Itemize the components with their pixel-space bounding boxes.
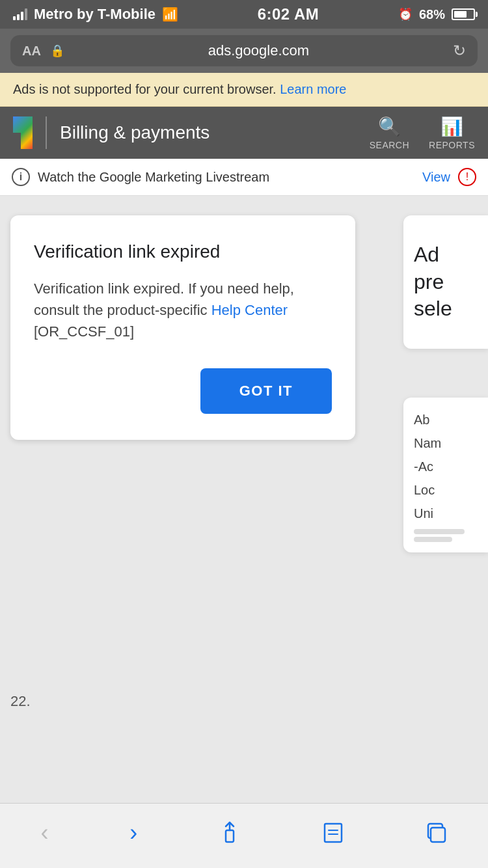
dialog-title: Verification link expired — [34, 241, 332, 262]
info-icon: i — [12, 168, 30, 186]
behind-line-3: sele — [414, 295, 478, 323]
view-link[interactable]: View — [422, 170, 450, 185]
reports-icon: 📊 — [441, 116, 463, 137]
nav-bar: Billing & payments 🔍 SEARCH 📊 REPORTS — [0, 107, 488, 159]
battery-percent: 68% — [419, 7, 445, 22]
nav-actions: 🔍 SEARCH 📊 REPORTS — [370, 116, 475, 150]
dialog-body: Verification link expired. If you need h… — [34, 278, 332, 342]
nav-divider — [46, 116, 47, 149]
learn-more-link[interactable]: Learn more — [280, 82, 346, 96]
font-size-control[interactable]: AA — [22, 44, 41, 59]
behind-line-1: Ad — [414, 241, 478, 269]
behind-line-2: pre — [414, 269, 478, 296]
search-action[interactable]: 🔍 SEARCH — [370, 116, 409, 150]
forward-button[interactable]: › — [116, 813, 150, 853]
google-ads-logo — [13, 116, 33, 149]
lock-icon: 🔒 — [50, 44, 64, 58]
behind-card-partial: Ad pre sele — [403, 215, 488, 349]
behind-bar-2 — [414, 537, 452, 542]
reports-label: REPORTS — [429, 140, 475, 150]
behind-small-card: Ab Nam -Ac Loc Uni — [403, 398, 488, 552]
got-it-button[interactable]: GOT IT — [200, 368, 332, 414]
carrier-label: Metro by T-Mobile — [34, 6, 156, 23]
wifi-icon: 📶 — [162, 7, 178, 22]
error-code: [OR_CCSF_01] — [34, 323, 134, 340]
status-left: Metro by T-Mobile 📶 — [13, 6, 178, 23]
notification-text: Ads is not supported for your current br… — [13, 82, 280, 96]
refresh-icon[interactable]: ↻ — [453, 42, 466, 60]
reports-action[interactable]: 📊 REPORTS — [429, 116, 475, 150]
search-icon: 🔍 — [378, 116, 401, 137]
info-strip: i Watch the Google Marketing Livestream … — [0, 159, 488, 196]
bottom-navigation: ‹ › — [0, 803, 488, 868]
battery-fill — [454, 11, 467, 18]
notification-banner: Ads is not supported for your current br… — [0, 73, 488, 107]
behind-bar-1 — [414, 529, 465, 534]
page-title: Billing & payments — [60, 122, 357, 143]
status-right: ⏰ 68% — [398, 7, 475, 22]
verification-dialog: Verification link expired Verification l… — [10, 215, 355, 440]
bookmarks-button[interactable] — [309, 815, 357, 851]
behind-small-line-5: Uni — [414, 502, 478, 525]
url-display[interactable]: ads.google.com — [74, 42, 444, 59]
behind-small-line-3: -Ac — [414, 455, 478, 478]
tabs-button[interactable] — [413, 815, 461, 851]
google-logo — [13, 116, 33, 149]
battery-icon — [452, 8, 475, 20]
alarm-icon: ⏰ — [398, 7, 413, 21]
time-label: 6:02 AM — [258, 5, 319, 23]
info-message: Watch the Google Marketing Livestream — [38, 170, 414, 185]
share-button[interactable] — [206, 815, 254, 851]
help-center-link[interactable]: Help Center — [211, 302, 288, 318]
status-bar: Metro by T-Mobile 📶 6:02 AM ⏰ 68% — [0, 0, 488, 29]
behind-small-line-2: Nam — [414, 431, 478, 455]
main-content: Ad pre sele Ab Nam -Ac Loc Uni Verificat… — [0, 196, 488, 781]
back-button[interactable]: ‹ — [27, 813, 61, 853]
signal-bars-icon — [13, 8, 27, 20]
svg-rect-0 — [226, 830, 234, 842]
close-info-icon[interactable]: ! — [458, 168, 476, 186]
address-bar-inner[interactable]: AA 🔒 ads.google.com ↻ — [10, 35, 478, 66]
svg-rect-5 — [431, 828, 445, 842]
page-label: 22. — [10, 693, 31, 710]
search-label: SEARCH — [370, 140, 409, 150]
address-bar: AA 🔒 ads.google.com ↻ — [0, 29, 488, 73]
behind-small-line-1: Ab — [414, 408, 478, 431]
behind-small-line-4: Loc — [414, 478, 478, 502]
svg-rect-1 — [325, 824, 342, 842]
